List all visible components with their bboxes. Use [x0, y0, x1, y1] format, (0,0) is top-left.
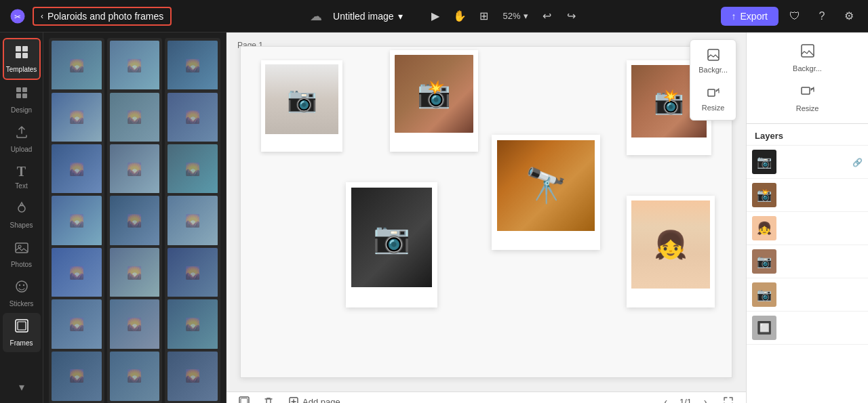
template-thumb-10[interactable]: 🌄: [49, 193, 104, 249]
logo[interactable]: ✂: [8, 7, 27, 26]
resize-button[interactable]: Resize: [752, 78, 863, 118]
template-thumb-4[interactable]: 🌄: [49, 89, 104, 145]
thumb-photo-icon-16: 🌄: [69, 317, 84, 332]
sidebar-item-upload[interactable]: Upload: [3, 119, 41, 158]
template-thumb-3[interactable]: 🌄: [165, 38, 220, 93]
polaroid-2[interactable]: 📸: [390, 50, 478, 152]
doc-title-button[interactable]: Untitled image ▾: [328, 8, 408, 24]
back-arrow-icon: ‹: [41, 12, 43, 21]
layer-thumb-2: 📸: [752, 183, 776, 207]
page-settings-button[interactable]: [235, 392, 254, 403]
zoom-control[interactable]: 52% ▾: [498, 8, 534, 24]
panel-header-back[interactable]: ‹ Polaroids and photo frames: [33, 7, 172, 26]
template-thumb-1[interactable]: 🌄: [49, 38, 104, 93]
layer-item-2[interactable]: 📸: [747, 179, 868, 212]
template-thumb-13[interactable]: 🌄: [49, 245, 104, 301]
upload-icon: [14, 125, 29, 143]
sidebar-item-design[interactable]: Design: [3, 80, 41, 119]
layer-item-3[interactable]: 👧: [747, 212, 868, 245]
template-thumb-18[interactable]: 🌄: [165, 297, 220, 352]
polaroid-6[interactable]: 👧: [627, 196, 715, 307]
layer-item-5[interactable]: 📷: [747, 278, 868, 312]
add-page-button[interactable]: Add page: [283, 394, 346, 404]
help-button[interactable]: ?: [811, 5, 833, 27]
template-thumb-16[interactable]: 🌄: [49, 297, 104, 352]
template-grid: 🌄 🌄 🌄 🌄 🌄: [43, 33, 226, 403]
sidebar-item-photos[interactable]: Photos: [3, 234, 41, 274]
next-page-button[interactable]: ›: [697, 394, 713, 403]
template-thumb-19[interactable]: 🌄: [49, 349, 104, 403]
template-thumb-8[interactable]: 🌄: [107, 142, 163, 197]
sidebar-more-button[interactable]: ▾: [11, 376, 33, 398]
canvas-content[interactable]: 📷 📸 📷 🔭: [226, 33, 746, 391]
add-page-label: Add page: [302, 397, 340, 404]
right-panel: Backgr... Resize Layers 📷: [746, 33, 868, 403]
shield-button[interactable]: 🛡: [784, 5, 806, 27]
delete-page-button[interactable]: [259, 392, 278, 403]
canvas-page[interactable]: 📷 📸 📷 🔭: [240, 46, 732, 378]
sidebar-item-shapes[interactable]: Shapes: [3, 195, 41, 234]
canvas-bottom-bar: Add page ‹ 1/1 ›: [226, 391, 746, 403]
layout-button[interactable]: ⊞: [473, 5, 495, 27]
svg-rect-11: [16, 243, 28, 253]
template-thumb-17[interactable]: 🌄: [107, 297, 163, 352]
layer-item-6[interactable]: 🔲: [747, 312, 868, 345]
template-thumb-15[interactable]: 🌄: [165, 245, 220, 301]
shapes-icon: [14, 200, 29, 219]
stickers-label: Stickers: [9, 300, 34, 307]
polaroid-1[interactable]: 📷: [261, 60, 342, 152]
select-tool-button[interactable]: ▶: [425, 5, 446, 27]
background-button[interactable]: Backgr...: [752, 38, 863, 78]
layer-thumb-3: 👧: [752, 216, 776, 240]
sidebar-item-stickers[interactable]: Stickers: [3, 274, 41, 313]
prev-page-button[interactable]: ‹: [658, 394, 674, 403]
redo-button[interactable]: ↪: [561, 5, 583, 27]
template-thumb-6[interactable]: 🌄: [165, 89, 220, 145]
layer-thumb-4: 📷: [752, 249, 776, 274]
layers-list: 📷 🔗 📸 👧: [747, 146, 868, 403]
templates-label: Templates: [6, 66, 37, 73]
hand-tool-button[interactable]: ✋: [449, 5, 471, 27]
template-thumb-14[interactable]: 🌄: [107, 245, 163, 301]
layer-item-1[interactable]: 📷 🔗: [747, 146, 868, 179]
main-area: Templates Design Upload: [0, 33, 868, 403]
template-thumb-5[interactable]: 🌄: [107, 89, 163, 145]
template-thumb-9[interactable]: 🌄: [165, 142, 220, 197]
background-context-icon: [707, 48, 720, 63]
background-context-button[interactable]: Backgr...: [693, 43, 733, 79]
layer-thumb-1: 📷: [752, 150, 776, 174]
text-icon: T: [17, 164, 26, 179]
resize-context-label: Resize: [702, 104, 725, 112]
layers-panel: Layers 📷 🔗 📸 👧: [747, 124, 868, 403]
template-thumb-20[interactable]: 🌄: [107, 349, 163, 403]
sidebar-item-text[interactable]: T Text: [3, 158, 41, 195]
template-thumb-7[interactable]: 🌄: [49, 142, 104, 197]
shapes-label: Shapes: [10, 221, 33, 229]
polaroid-4[interactable]: 🔭: [492, 135, 600, 250]
zoom-dropdown-icon: ▾: [524, 11, 528, 21]
template-thumb-2[interactable]: 🌄: [107, 38, 163, 93]
export-button[interactable]: ↑ Export: [721, 7, 778, 26]
svg-rect-23: [802, 45, 814, 57]
layer-item-4[interactable]: 📷: [747, 245, 868, 278]
sidebar-item-frames[interactable]: Frames: [3, 313, 41, 352]
svg-point-14: [18, 284, 20, 286]
resize-context-button[interactable]: Resize: [693, 81, 733, 117]
undo-button[interactable]: ↩: [536, 5, 558, 27]
thumb-photo-icon-19: 🌄: [69, 368, 84, 383]
template-thumb-11[interactable]: 🌄: [107, 193, 163, 249]
frames-icon: [14, 318, 29, 337]
photos-icon: [14, 240, 29, 258]
resize-button-icon: [800, 83, 815, 102]
settings-button[interactable]: ⚙: [838, 5, 860, 27]
template-thumb-21[interactable]: 🌄: [165, 349, 220, 403]
upload-label: Upload: [11, 146, 33, 153]
sidebar-item-templates[interactable]: Templates: [3, 38, 41, 80]
svg-point-10: [18, 205, 25, 212]
polaroid-3[interactable]: 📷: [346, 182, 437, 307]
resize-button-label: Resize: [796, 104, 819, 112]
template-thumb-12[interactable]: 🌄: [165, 193, 220, 249]
cloud-icon: ☁: [310, 9, 322, 24]
fullscreen-button[interactable]: [719, 392, 738, 403]
background-context-label: Backgr...: [698, 66, 728, 74]
